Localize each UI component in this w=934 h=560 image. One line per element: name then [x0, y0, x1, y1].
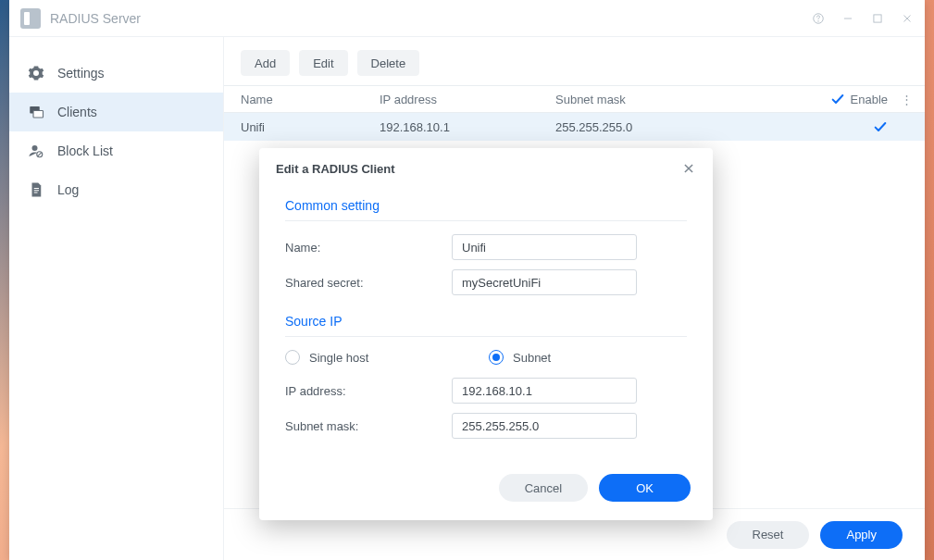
row-mask: Subnet mask:: [285, 413, 687, 439]
ip-label: IP address:: [285, 384, 452, 398]
radio-subnet[interactable]: [489, 350, 504, 365]
secret-field[interactable]: [452, 269, 637, 295]
maximize-icon[interactable]: [871, 12, 884, 25]
cancel-button[interactable]: Cancel: [499, 474, 588, 502]
help-icon[interactable]: [812, 12, 825, 25]
sidebar-item-label: Clients: [57, 105, 97, 119]
gear-icon: [28, 65, 44, 81]
ip-field[interactable]: [452, 378, 637, 404]
th-subnet[interactable]: Subnet mask: [555, 93, 731, 106]
mask-field[interactable]: [452, 413, 637, 439]
apply-button[interactable]: Apply: [820, 521, 903, 549]
sidebar-item-blocklist[interactable]: Block List: [9, 131, 223, 170]
row-ip: IP address:: [285, 378, 687, 404]
table-row[interactable]: Unifi 192.168.10.1 255.255.255.0: [224, 113, 925, 141]
minimize-icon[interactable]: [841, 12, 854, 25]
radio-subnet-label: Subnet: [513, 351, 551, 365]
app-icon: [20, 8, 41, 29]
dialog-close-icon[interactable]: [681, 161, 696, 176]
toolbar: Add Edit Delete: [224, 37, 925, 85]
sidebar-item-log[interactable]: Log: [9, 170, 223, 209]
mask-label: Subnet mask:: [285, 419, 452, 433]
svg-point-1: [818, 20, 819, 21]
name-label: Name:: [285, 241, 452, 255]
log-icon: [28, 181, 44, 198]
sidebar-item-label: Log: [57, 182, 79, 197]
td-enable[interactable]: [731, 119, 897, 134]
dialog-title: Edit a RADIUS Client: [276, 162, 395, 176]
td-name: Unifi: [241, 120, 380, 134]
column-menu-icon[interactable]: ⋮: [897, 93, 915, 106]
user-block-icon: [28, 143, 44, 159]
th-name[interactable]: Name: [241, 93, 380, 106]
row-name: Name:: [285, 234, 687, 260]
radio-single-host[interactable]: [285, 350, 300, 365]
td-ip: 192.168.10.1: [380, 120, 555, 134]
titlebar: RADIUS Server: [9, 0, 925, 37]
table-header: Name IP address Subnet mask Enable ⋮: [224, 85, 925, 113]
th-enable[interactable]: Enable: [731, 92, 897, 106]
source-ip-radios: Single host Subnet: [285, 350, 687, 365]
dialog-header: Edit a RADIUS Client: [259, 148, 713, 189]
dialog-body: Common setting Name: Shared secret: Sour…: [259, 189, 713, 467]
sidebar: Settings Clients Block List Log: [9, 37, 224, 560]
sidebar-item-settings[interactable]: Settings: [9, 54, 223, 93]
secret-label: Shared secret:: [285, 276, 452, 290]
edit-client-dialog: Edit a RADIUS Client Common setting Name…: [259, 148, 713, 520]
svg-line-10: [38, 153, 42, 156]
radio-single-label: Single host: [309, 351, 368, 365]
window-title: RADIUS Server: [50, 11, 812, 26]
reset-button[interactable]: Reset: [727, 521, 810, 549]
close-icon[interactable]: [901, 12, 914, 25]
svg-rect-7: [33, 111, 44, 118]
td-subnet: 255.255.255.0: [555, 120, 731, 134]
clients-icon: [28, 104, 44, 120]
svg-rect-3: [874, 14, 881, 21]
sidebar-item-label: Settings: [57, 66, 105, 81]
dialog-footer: Cancel OK: [259, 467, 713, 520]
section-source: Source IP: [285, 305, 687, 337]
check-icon: [830, 92, 845, 106]
ok-button[interactable]: OK: [599, 474, 691, 502]
window-controls: [812, 12, 914, 25]
section-common: Common setting: [285, 189, 687, 221]
sidebar-item-label: Block List: [57, 143, 113, 158]
sidebar-item-clients[interactable]: Clients: [9, 93, 223, 131]
delete-button[interactable]: Delete: [357, 50, 420, 76]
add-button[interactable]: Add: [241, 50, 290, 76]
edit-button[interactable]: Edit: [299, 50, 347, 76]
row-secret: Shared secret:: [285, 269, 687, 295]
check-icon: [873, 119, 888, 134]
name-field[interactable]: [452, 234, 637, 260]
th-ip[interactable]: IP address: [380, 93, 555, 106]
svg-point-8: [32, 145, 38, 151]
